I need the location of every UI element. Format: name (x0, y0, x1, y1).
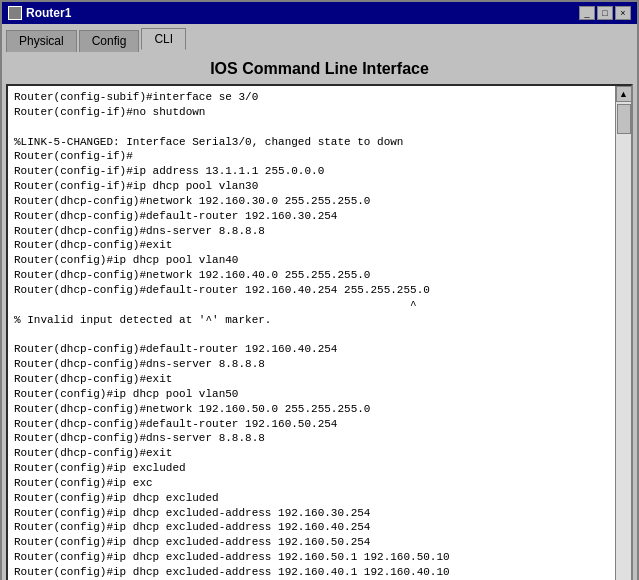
minimize-button[interactable]: _ (579, 6, 595, 20)
scrollbar: ▲ ▼ (615, 86, 631, 580)
title-bar-controls: _ □ × (579, 6, 631, 20)
terminal-container: Router(config-subif)#interface se 3/0 Ro… (6, 84, 633, 580)
title-bar-left: Router1 (8, 6, 71, 20)
content-area: IOS Command Line Interface Router(config… (2, 50, 637, 580)
tab-config[interactable]: Config (79, 30, 140, 52)
window-icon (8, 6, 22, 20)
tab-cli[interactable]: CLI (141, 28, 186, 50)
title-bar: Router1 _ □ × (2, 2, 637, 24)
window-title: Router1 (26, 6, 71, 20)
tab-physical[interactable]: Physical (6, 30, 77, 52)
scroll-up-button[interactable]: ▲ (616, 86, 632, 102)
close-button[interactable]: × (615, 6, 631, 20)
terminal-output[interactable]: Router(config-subif)#interface se 3/0 Ro… (8, 86, 615, 580)
tab-bar: Physical Config CLI (2, 24, 637, 50)
section-title: IOS Command Line Interface (6, 54, 633, 84)
main-window: Router1 _ □ × Physical Config CLI IOS Co… (0, 0, 639, 580)
maximize-button[interactable]: □ (597, 6, 613, 20)
scrollbar-thumb[interactable] (617, 104, 631, 134)
scrollbar-track[interactable] (616, 102, 631, 580)
